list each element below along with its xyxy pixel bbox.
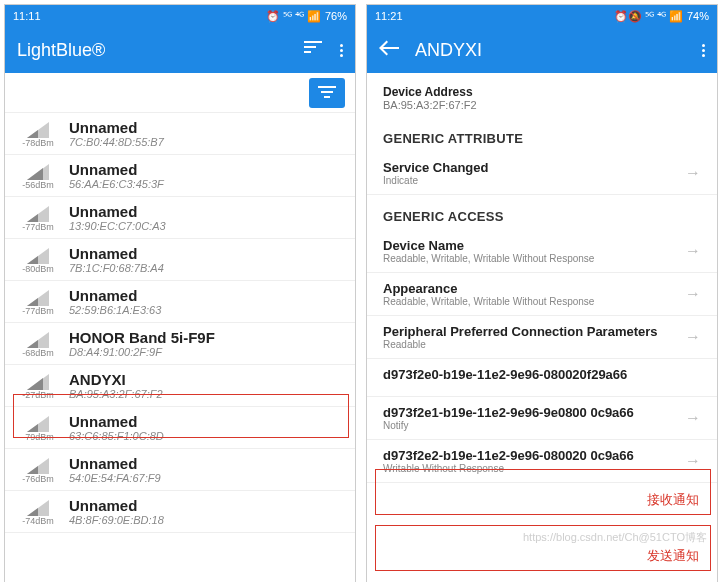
app-bar: ANDYXI — [367, 27, 717, 73]
signal-indicator: -68dBm — [17, 330, 59, 358]
time-label: 11:21 — [375, 10, 403, 22]
char-uuid-write[interactable]: d973f2e2-b19e-11e2-9e96-080020 0c9a66Wri… — [367, 440, 717, 483]
phone-right: 11:21 ⏰🔕 ⁵ᴳ ⁴ᴳ 📶 74% ANDYXI Device Addre… — [366, 4, 718, 582]
device-row[interactable]: -76dBmUnnamed54:0E:54:FA:67:F9 — [5, 449, 355, 491]
watermark: https://blog.csdn.net/Ch@51CTO博客 — [523, 530, 707, 545]
chevron-right-icon: → — [685, 452, 701, 470]
signal-indicator: -78dBm — [17, 120, 59, 148]
char-uuid-0[interactable]: d973f2e0-b19e-11e2-9e96-080020f29a66 — [367, 359, 717, 397]
svg-rect-5 — [324, 96, 330, 98]
device-row[interactable]: -74dBmUnnamed4B:8F:69:0E:BD:18 — [5, 491, 355, 533]
device-row[interactable]: -78dBmUnnamed7C:B0:44:8D:55:B7 — [5, 113, 355, 155]
device-address-block: Device Address BA:95:A3:2F:67:F2 — [367, 73, 717, 117]
phone-left: 11:11 ⏰ ⁵ᴳ ⁴ᴳ 📶 76% LightBlue® -78dBmUnn… — [4, 4, 356, 582]
address-value: BA:95:A3:2F:67:F2 — [383, 99, 701, 111]
device-row[interactable]: -56dBmUnnamed56:AA:E6:C3:45:3F — [5, 155, 355, 197]
svg-rect-1 — [304, 46, 316, 48]
address-label: Device Address — [383, 85, 701, 99]
signal-indicator: -77dBm — [17, 204, 59, 232]
back-arrow-icon[interactable] — [379, 40, 399, 60]
detail-list: Device Address BA:95:A3:2F:67:F2 GENERIC… — [367, 73, 717, 582]
svg-rect-0 — [304, 41, 322, 43]
section-generic-attribute: GENERIC ATTRIBUTE — [367, 117, 717, 152]
app-title: LightBlue® — [17, 40, 105, 61]
status-bar: 11:21 ⏰🔕 ⁵ᴳ ⁴ᴳ 📶 74% — [367, 5, 717, 27]
sort-icon[interactable] — [304, 41, 322, 59]
signal-indicator: -79dBm — [17, 414, 59, 442]
device-title: ANDYXI — [415, 40, 482, 61]
char-appearance[interactable]: AppearanceReadable, Writable, Writable W… — [367, 273, 717, 316]
kebab-icon[interactable] — [340, 44, 343, 57]
svg-rect-4 — [321, 91, 333, 93]
status-icons: ⏰ ⁵ᴳ ⁴ᴳ 📶 76% — [266, 10, 347, 23]
chevron-right-icon: → — [685, 164, 701, 182]
chevron-right-icon: → — [685, 242, 701, 260]
signal-indicator: -76dBm — [17, 456, 59, 484]
device-row[interactable]: -77dBmUnnamed13:90:EC:C7:0C:A3 — [5, 197, 355, 239]
kebab-icon[interactable] — [702, 44, 705, 57]
device-row[interactable]: -77dBmUnnamed52:59:B6:1A:E3:63 — [5, 281, 355, 323]
char-ppcp[interactable]: Peripheral Preferred Connection Paramete… — [367, 316, 717, 359]
device-list: -78dBmUnnamed7C:B0:44:8D:55:B7-56dBmUnna… — [5, 113, 355, 582]
app-bar: LightBlue® — [5, 27, 355, 73]
char-device-name[interactable]: Device NameReadable, Writable, Writable … — [367, 230, 717, 273]
annotation-notify: 接收通知 — [647, 491, 699, 509]
chevron-right-icon: → — [685, 285, 701, 303]
device-row[interactable]: -27dBmANDYXIBA:95:A3:2F:67:F2 — [5, 365, 355, 407]
signal-indicator: -80dBm — [17, 246, 59, 274]
signal-indicator: -56dBm — [17, 162, 59, 190]
signal-indicator: -74dBm — [17, 498, 59, 526]
device-row[interactable]: -80dBmUnnamed7B:1C:F0:68:7B:A4 — [5, 239, 355, 281]
svg-rect-3 — [318, 86, 336, 88]
chevron-right-icon: → — [685, 328, 701, 346]
signal-indicator: -77dBm — [17, 288, 59, 316]
filter-row — [5, 73, 355, 113]
svg-rect-2 — [304, 51, 311, 53]
chevron-right-icon: → — [685, 409, 701, 427]
section-generic-access: GENERIC ACCESS — [367, 195, 717, 230]
device-row[interactable]: -79dBmUnnamed63:C6:85:F1:0C:8D — [5, 407, 355, 449]
time-label: 11:11 — [13, 10, 41, 22]
device-row[interactable]: -68dBmHONOR Band 5i-F9FD8:A4:91:00:2F:9F — [5, 323, 355, 365]
status-icons: ⏰🔕 ⁵ᴳ ⁴ᴳ 📶 74% — [614, 10, 709, 23]
signal-indicator: -27dBm — [17, 372, 59, 400]
filter-button[interactable] — [309, 78, 345, 108]
char-uuid-notify[interactable]: d973f2e1-b19e-11e2-9e96-9e0800 0c9a66Not… — [367, 397, 717, 440]
char-service-changed[interactable]: Service ChangedIndicate → — [367, 152, 717, 195]
annotation-write: 发送通知 — [647, 547, 699, 565]
status-bar: 11:11 ⏰ ⁵ᴳ ⁴ᴳ 📶 76% — [5, 5, 355, 27]
